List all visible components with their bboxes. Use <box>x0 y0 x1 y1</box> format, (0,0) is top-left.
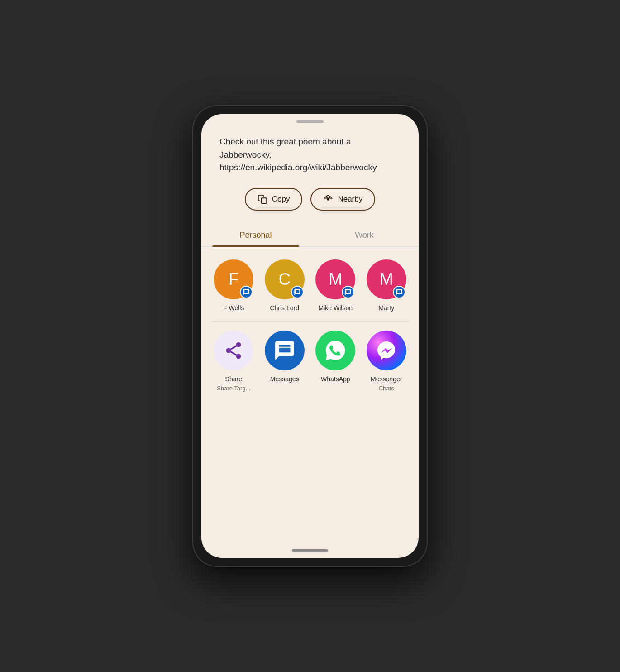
contact-f-wells[interactable]: F F Wells <box>210 259 257 312</box>
app-messages[interactable]: Messages <box>262 331 308 392</box>
app-subtitle: Chats <box>379 385 394 392</box>
messages-badge-icon <box>344 288 352 296</box>
tab-work[interactable]: Work <box>310 223 419 246</box>
messages-icon <box>273 339 296 362</box>
svg-point-4 <box>236 354 241 359</box>
contact-mike-wilson[interactable]: M Mike Wilson <box>312 259 359 312</box>
svg-rect-0 <box>261 198 267 203</box>
app-whatsapp[interactable]: WhatsApp <box>312 331 359 392</box>
contact-initial: C <box>279 270 291 289</box>
contact-initial: M <box>329 270 342 289</box>
svg-point-2 <box>236 342 241 347</box>
app-name: Messages <box>270 375 299 383</box>
tab-personal[interactable]: Personal <box>201 223 310 246</box>
contact-initial: M <box>380 270 393 289</box>
messenger-icon <box>376 340 397 361</box>
contact-name: F Wells <box>223 304 244 312</box>
svg-point-3 <box>226 348 231 353</box>
contact-badge <box>240 286 253 298</box>
contact-name: Chris Lord <box>270 304 299 312</box>
svg-point-1 <box>328 198 329 200</box>
phone-screen: Check out this great poem about a Jabber… <box>201 114 419 558</box>
app-name: Messenger <box>371 375 402 383</box>
contact-badge <box>291 286 304 298</box>
copy-icon <box>258 194 267 204</box>
share-text: Check out this great poem about a Jabber… <box>201 123 419 183</box>
phone-frame: Check out this great poem about a Jabber… <box>192 105 428 567</box>
messenger-app-icon <box>367 331 406 370</box>
messages-badge-icon <box>243 288 250 296</box>
copy-label: Copy <box>272 195 290 204</box>
messages-badge-icon <box>396 288 403 296</box>
contact-name: Mike Wilson <box>319 304 353 312</box>
nearby-icon <box>323 194 333 204</box>
copy-button[interactable]: Copy <box>245 188 303 211</box>
contact-badge <box>342 286 354 298</box>
action-buttons: Copy Nearby <box>201 183 419 223</box>
contact-initial: F <box>229 270 238 289</box>
nearby-label: Nearby <box>338 195 362 204</box>
apps-grid: Share Share Targ... Messages WhatsApp <box>201 322 419 401</box>
contact-chris-lord[interactable]: C Chris Lord <box>262 259 308 312</box>
app-name: WhatsApp <box>321 375 350 383</box>
contacts-grid: F F Wells C <box>201 247 419 321</box>
bottom-pill <box>292 549 328 552</box>
share-app-icon <box>214 331 253 370</box>
app-subtitle: Share Targ... <box>217 385 250 392</box>
svg-line-5 <box>231 351 237 355</box>
svg-line-6 <box>231 346 237 349</box>
contact-marty[interactable]: M Marty <box>363 259 410 312</box>
share-icon <box>224 341 243 360</box>
contact-badge <box>393 286 405 298</box>
app-share[interactable]: Share Share Targ... <box>210 331 257 392</box>
whatsapp-icon <box>324 339 347 362</box>
messenger-gradient <box>367 331 406 370</box>
whatsapp-app-icon <box>315 331 355 370</box>
messages-badge-icon <box>294 288 301 296</box>
nearby-button[interactable]: Nearby <box>310 188 375 211</box>
app-messenger[interactable]: Messenger Chats <box>363 331 410 392</box>
tabs-container: Personal Work <box>201 223 419 247</box>
messages-app-icon <box>265 331 305 370</box>
app-name: Share <box>225 375 242 383</box>
contact-name: Marty <box>378 304 394 312</box>
